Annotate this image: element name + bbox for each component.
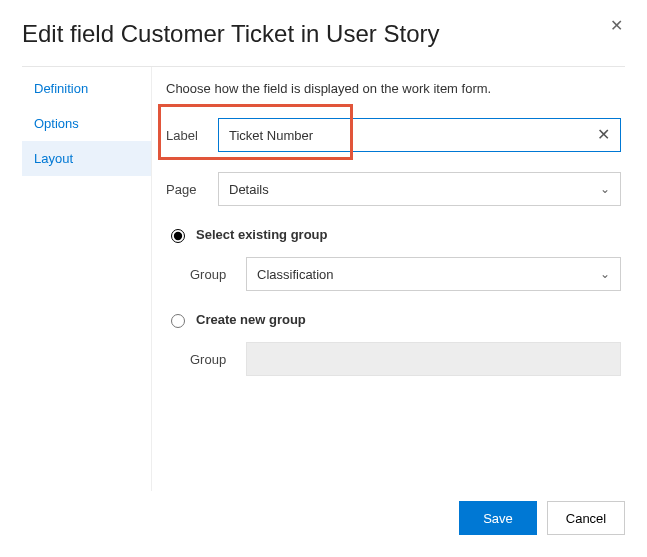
clear-icon: ✕: [597, 126, 610, 143]
dialog-title: Edit field Customer Ticket in User Story: [22, 20, 439, 48]
label-field-label: Label: [166, 128, 218, 143]
create-group-row: Group: [166, 342, 621, 376]
page-select[interactable]: Details ⌄: [218, 172, 621, 206]
chevron-down-icon: ⌄: [600, 182, 610, 196]
create-group-radio[interactable]: [171, 314, 185, 328]
group-select[interactable]: Classification ⌄: [246, 257, 621, 291]
tab-definition[interactable]: Definition: [22, 71, 151, 106]
create-group-radio-row: Create new group: [166, 311, 621, 328]
group-new-input: [246, 342, 621, 376]
label-row: Label ✕: [166, 118, 621, 152]
group-existing-label: Group: [190, 267, 246, 282]
close-icon: ✕: [610, 17, 623, 34]
group-select-value: Classification: [257, 267, 334, 282]
create-group-label: Create new group: [196, 312, 306, 327]
cancel-button[interactable]: Cancel: [547, 501, 625, 535]
tab-layout[interactable]: Layout: [22, 141, 151, 176]
existing-group-radio[interactable]: [171, 229, 185, 243]
label-clear-button[interactable]: ✕: [595, 127, 612, 143]
dialog-footer: Save Cancel: [22, 491, 625, 535]
close-button[interactable]: ✕: [608, 16, 625, 36]
existing-group-radio-row: Select existing group: [166, 226, 621, 243]
page-select-value: Details: [229, 182, 269, 197]
tab-options[interactable]: Options: [22, 106, 151, 141]
tab-list: Definition Options Layout: [22, 67, 152, 491]
panel-description: Choose how the field is displayed on the…: [166, 81, 621, 96]
label-input[interactable]: [227, 127, 595, 144]
existing-group-row: Group Classification ⌄: [166, 257, 621, 291]
save-button[interactable]: Save: [459, 501, 537, 535]
label-input-wrapper[interactable]: ✕: [218, 118, 621, 152]
layout-panel: Choose how the field is displayed on the…: [152, 67, 625, 491]
group-new-label: Group: [190, 352, 246, 367]
page-row: Page Details ⌄: [166, 172, 621, 206]
page-field-label: Page: [166, 182, 218, 197]
chevron-down-icon: ⌄: [600, 267, 610, 281]
existing-group-label: Select existing group: [196, 227, 327, 242]
